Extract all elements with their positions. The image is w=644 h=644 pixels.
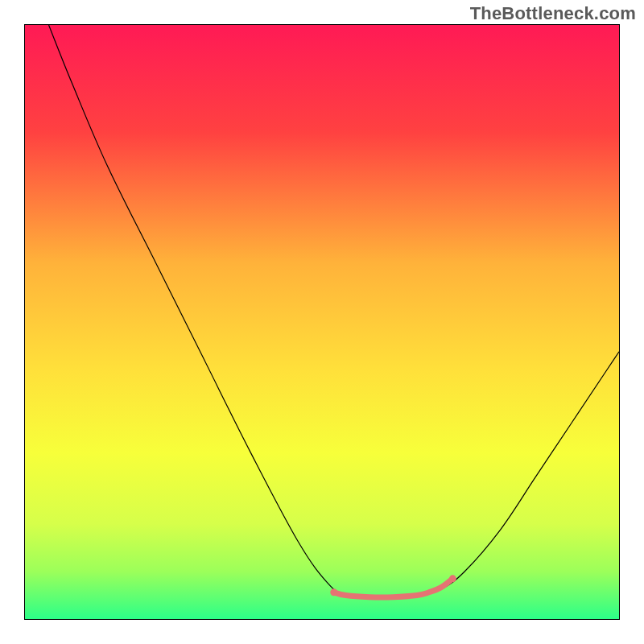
- watermark-text: TheBottleneck.com: [470, 3, 636, 24]
- chart-frame: TheBottleneck.com: [0, 0, 644, 644]
- chart-svg: [25, 25, 619, 619]
- highlight-end-dot: [449, 575, 456, 582]
- plot-area: [24, 24, 620, 620]
- heatmap-background: [25, 25, 619, 619]
- highlight-start-dot: [330, 588, 337, 596]
